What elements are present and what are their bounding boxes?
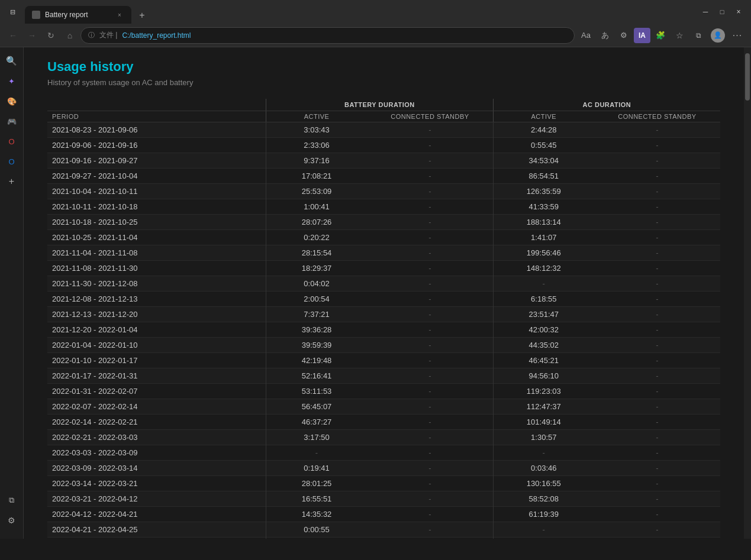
ac-active-cell: 62:59:20: [493, 538, 594, 539]
bat-active-cell: 28:01:25: [266, 476, 368, 491]
scrollbar-thumb[interactable]: [745, 53, 750, 101]
sidebar-add-btn[interactable]: +: [3, 173, 21, 190]
period-cell: 2021-11-08 - 2021-11-30: [47, 261, 266, 276]
table-row: 2021-10-04 - 2021-10-11 25:53:09 - 126:3…: [47, 184, 720, 199]
table-row: 2021-11-04 - 2021-11-08 28:15:54 - 199:5…: [47, 245, 720, 261]
ac-standby-cell: -: [594, 261, 720, 276]
ac-standby-cell: -: [594, 245, 720, 261]
ac-standby-cell: -: [594, 461, 720, 476]
page-subtitle: History of system usage on AC and batter…: [47, 78, 720, 87]
period-cell: 2022-02-07 - 2022-02-14: [47, 399, 266, 415]
period-cell: 2021-09-06 - 2021-09-16: [47, 138, 266, 153]
ac-standby-cell: -: [594, 199, 720, 215]
profile-btn[interactable]: 👤: [711, 28, 725, 43]
address-url: C:/battery_report.html: [122, 31, 191, 40]
ac-standby-cell: -: [594, 399, 720, 415]
collections-btn[interactable]: ⧉: [689, 27, 707, 44]
bat-active-cell: 18:29:37: [266, 261, 368, 276]
table-row: 2021-09-16 - 2021-09-27 9:37:16 - 34:53:…: [47, 153, 720, 169]
ac-active-cell: -: [493, 522, 594, 538]
period-cell: 2022-01-31 - 2022-02-07: [47, 384, 266, 399]
tab-title: Battery report: [45, 11, 110, 19]
immersive-reader-btn[interactable]: あ: [596, 27, 614, 44]
home-btn[interactable]: ⌂: [62, 27, 78, 44]
period-cell: 2022-01-04 - 2022-01-10: [47, 338, 266, 353]
bat-active-cell: -: [266, 445, 368, 461]
sidebar-settings-btn[interactable]: ⚙: [3, 512, 21, 529]
bat-active-cell: 0:00:55: [266, 522, 368, 538]
period-cell: 2021-12-13 - 2021-12-20: [47, 307, 266, 322]
period-cell: 2021-11-04 - 2021-11-08: [47, 245, 266, 261]
ac-active-cell: 1:30:57: [493, 430, 594, 445]
period-cell: 2021-10-25 - 2021-11-04: [47, 230, 266, 245]
bat-standby-cell: -: [367, 153, 493, 169]
period-cell: 2022-03-21 - 2022-04-12: [47, 491, 266, 507]
ac-standby-cell: -: [594, 522, 720, 538]
table-row: 2021-10-11 - 2021-10-18 1:00:41 - 41:33:…: [47, 199, 720, 215]
forward-btn[interactable]: →: [24, 27, 40, 44]
settings-more-btn[interactable]: ···: [729, 27, 746, 44]
sidebar-office-btn[interactable]: O: [3, 132, 21, 150]
ac-active-cell: 148:12:32: [493, 261, 594, 276]
tab-strip-btn[interactable]: ⊟: [5, 4, 20, 20]
scrollbar-track[interactable]: [744, 47, 751, 539]
battery-duration-header: BATTERY DURATION: [266, 99, 494, 111]
sidebar-split-btn[interactable]: ⧉: [3, 491, 21, 509]
back-btn[interactable]: ←: [5, 27, 21, 44]
bat-standby-cell: -: [367, 415, 493, 430]
bat-standby-cell: -: [367, 199, 493, 215]
browser-chrome: ⊟ Battery report × + ─ □ × ← → ↻ ⌂ ⓘ 文件 …: [0, 0, 751, 47]
bat-active-cell: 7:37:21: [266, 307, 368, 322]
sidebar-search-btn[interactable]: 🔍: [3, 52, 21, 70]
browser-essentials-btn[interactable]: ⚙: [615, 27, 633, 44]
favorites-btn[interactable]: ☆: [671, 27, 688, 44]
period-cell: 2021-08-23 - 2021-09-06: [47, 122, 266, 138]
ac-standby-cell: -: [594, 122, 720, 138]
sidebar-copilot-btn[interactable]: ✦: [3, 72, 21, 90]
read-aloud-btn[interactable]: Aa: [577, 27, 595, 44]
bat-active-cell: 46:37:27: [266, 415, 368, 430]
bat-standby-cell: -: [367, 215, 493, 230]
period-cell: 2021-10-18 - 2021-10-25: [47, 215, 266, 230]
active-tab[interactable]: Battery report ×: [25, 6, 131, 24]
bat-standby-cell: -: [367, 476, 493, 491]
main-layout: 🔍 ✦ 🎨 🎮 O O + ⧉ ⚙ Usage history History …: [0, 47, 751, 539]
reload-btn[interactable]: ↻: [43, 27, 59, 44]
bat-standby-cell: -: [367, 491, 493, 507]
extensions-btn[interactable]: 🧩: [652, 27, 669, 44]
ac-active-cell: 46:45:21: [493, 353, 594, 368]
sidebar-games-btn[interactable]: 🎮: [3, 112, 21, 130]
ac-active-cell: 188:13:14: [493, 215, 594, 230]
new-tab-btn[interactable]: +: [134, 7, 150, 24]
ac-active-cell: 0:03:46: [493, 461, 594, 476]
table-row: 2022-01-10 - 2022-01-17 42:19:48 - 46:45…: [47, 353, 720, 368]
maximize-btn[interactable]: □: [714, 4, 730, 20]
ac-active-cell: 119:23:03: [493, 384, 594, 399]
tab-close-btn[interactable]: ×: [115, 10, 124, 20]
bat-active-cell: 2:33:06: [266, 138, 368, 153]
usage-history-table: BATTERY DURATION AC DURATION PERIOD ACTI…: [47, 99, 720, 539]
ac-active-cell: 23:51:47: [493, 307, 594, 322]
minimize-btn[interactable]: ─: [698, 4, 713, 20]
ac-active-cell: 130:16:55: [493, 476, 594, 491]
sidebar-paint-btn[interactable]: 🎨: [3, 92, 21, 110]
close-btn[interactable]: ×: [731, 4, 746, 20]
ac-standby-cell: -: [594, 276, 720, 292]
page-title: Usage history: [47, 59, 720, 75]
bat-standby-cell: -: [367, 384, 493, 399]
address-input[interactable]: ⓘ 文件 | C:/battery_report.html: [80, 27, 575, 44]
period-cell: 2022-04-21 - 2022-04-25: [47, 522, 266, 538]
ac-standby-cell: -: [594, 307, 720, 322]
bat-active-cell: 0:04:02: [266, 276, 368, 292]
ac-standby-cell: -: [594, 138, 720, 153]
ac-standby-cell: -: [594, 215, 720, 230]
sidebar-outlook-btn[interactable]: O: [3, 153, 21, 170]
bat-standby-cell: -: [367, 276, 493, 292]
ac-active-cell: 6:18:55: [493, 292, 594, 307]
ac-active-cell: 34:53:04: [493, 153, 594, 169]
ac-active-cell: 41:33:59: [493, 199, 594, 215]
ia-btn[interactable]: IA: [634, 28, 650, 43]
ac-standby-cell: -: [594, 230, 720, 245]
table-row: 2022-04-12 - 2022-04-21 14:35:32 - 61:19…: [47, 507, 720, 522]
bat-active-cell: 56:45:07: [266, 399, 368, 415]
